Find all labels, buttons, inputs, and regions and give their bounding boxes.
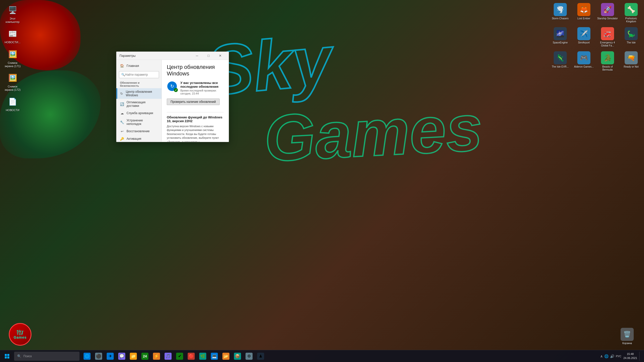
my-computer-label: Этот компьютер xyxy=(4,17,22,24)
starship-sim-label: Starship Simulator xyxy=(597,17,618,20)
home-icon: 🏠 xyxy=(120,64,124,68)
troubleshoot-label: Устранение неполадок xyxy=(127,119,158,126)
desktop-icon-ready-or-not[interactable]: 🔫 Ready or Not xyxy=(620,50,642,73)
taskbar-app-box[interactable]: 📦 xyxy=(232,351,243,362)
lost-ember-icon: 🦊 xyxy=(577,3,590,16)
sidebar-item-backup[interactable]: ☁ Служба архивации xyxy=(116,109,162,117)
desktop-icon-beasts-bermuda[interactable]: 🐊 Beasts of Bermuda xyxy=(596,50,619,73)
desktop-icon-the-isle-evr[interactable]: 🦎 The Isle EVR... xyxy=(549,50,572,73)
show-desktop-button[interactable] xyxy=(639,352,641,361)
desktop-icon-my-computer[interactable]: 🖥️ Этот компьютер xyxy=(3,3,23,25)
lost-ember-label: Lost Ember xyxy=(577,17,590,20)
games-text-decoration: Games xyxy=(262,90,484,176)
desktop-icon-screenshot2[interactable]: 🖼️ Снимок экрана (172) xyxy=(3,70,23,93)
desktop-icon-screenshot1[interactable]: 🖼️ Снимок экрана (171) xyxy=(3,47,23,69)
check-updates-button[interactable]: Проверить наличие обновлений xyxy=(167,99,220,105)
storm-chasers-label: Storm Chasers xyxy=(552,17,569,20)
desktop-icon-simairport[interactable]: ✈️ SimAirport xyxy=(573,26,595,49)
taskbar-app-files[interactable]: 📁 xyxy=(128,351,139,362)
desktop-icon-alderon[interactable]: 🎮 Alderon Games... xyxy=(573,50,595,73)
news1-icon: 📰 xyxy=(7,28,19,40)
counter-icon: 24 xyxy=(141,353,148,360)
desktop-icon-emergency4[interactable]: 🚒 Emergency 4 Global Fa... xyxy=(596,26,619,49)
recovery-label: Восстановление xyxy=(127,129,150,133)
music-icon: 🎵 xyxy=(165,353,172,360)
volume-icon[interactable]: 🔊 xyxy=(610,354,614,358)
settings-icon: ⚙ xyxy=(246,353,253,360)
activation-icon: 🔑 xyxy=(120,137,124,141)
minimize-button[interactable]: ─ xyxy=(191,52,203,59)
taskbar-app-filezilla[interactable]: 📂 xyxy=(220,351,231,362)
desktop-icon-prehistoric-kingdom[interactable]: 🦴 Prehistoric Kingdom xyxy=(620,2,642,25)
feature-update-title: Обновление функций до Windows 10, версия… xyxy=(167,115,224,123)
skytop-text3: Games xyxy=(14,336,27,339)
taskbar-app-steam[interactable]: ♟ xyxy=(255,351,266,362)
start-button[interactable] xyxy=(1,351,13,361)
windows-update-icon: ↻ xyxy=(120,92,123,96)
troubleshoot-icon: 🔧 xyxy=(120,120,124,124)
search-input[interactable] xyxy=(125,73,162,76)
prehistoric-kingdom-label: Prehistoric Kingdom xyxy=(621,17,641,23)
ready-or-not-icon: 🔫 xyxy=(625,51,638,64)
desktop-icon-lost-ember[interactable]: 🦊 Lost Ember xyxy=(573,2,595,25)
edge-icon: 🌐 xyxy=(84,353,91,360)
taskbar-app-telegram[interactable]: ✈ xyxy=(105,351,116,362)
news1-label: НОВОСТИ... xyxy=(5,41,20,44)
windows-icon xyxy=(5,354,9,358)
sidebar-home[interactable]: 🏠 Главная xyxy=(116,62,162,70)
taskbar-app-check[interactable]: ✔ xyxy=(174,351,185,362)
the-isle-evr-label: The Isle EVR... xyxy=(552,65,569,68)
sidebar-section-title: Обновление и безопасность xyxy=(116,80,162,88)
discord-icon: 💬 xyxy=(118,353,125,360)
taskbar-app-discord[interactable]: 💬 xyxy=(116,351,127,362)
taskbar-search[interactable]: 🔍 Поиск xyxy=(14,352,79,361)
taskbar-app-dx[interactable]: ⚡ xyxy=(151,351,162,362)
taskbar-app-counter[interactable]: 24 xyxy=(139,351,150,362)
close-button[interactable]: ✕ xyxy=(215,52,226,59)
update-status-text: У вас установлены все последние обновлен… xyxy=(180,81,224,95)
desktop-icon-news1[interactable]: 📰 НОВОСТИ... xyxy=(3,26,23,46)
taskbar-app-music[interactable]: 🎵 xyxy=(163,351,174,362)
laptop-icon: 💻 xyxy=(211,353,218,360)
sidebar-item-recovery[interactable]: ↩ Восстановление xyxy=(116,127,162,135)
desktop-icon-news2[interactable]: 📄 НОВОСТИ xyxy=(3,94,23,113)
recycle-bin[interactable]: 🗑️ Корзина xyxy=(615,326,639,347)
skytop-circle: Sky TOP Games xyxy=(9,323,31,346)
maximize-button[interactable]: □ xyxy=(203,52,214,59)
sidebar-item-delivery-opt[interactable]: 🔄 Оптимизация доставки xyxy=(116,99,162,109)
desktop-icon-storm-chasers[interactable]: 🌪️ Storm Chasers xyxy=(549,2,572,25)
taskbar-app-chrome[interactable]: ⚫ xyxy=(93,351,104,362)
window-body: 🏠 Главная 🔍 Обновление и безопасность ↻ … xyxy=(116,60,229,142)
activation-label: Активация xyxy=(127,137,141,141)
desktop-icon-the-isle[interactable]: 🦕 The Isle xyxy=(620,26,642,49)
news2-icon: 📄 xyxy=(7,96,19,108)
tray-arrow-icon[interactable]: ∧ xyxy=(600,354,603,358)
feature-update-box: Обновление функций до Windows 10, версия… xyxy=(167,115,224,142)
desktop-icon-spacengine[interactable]: 🌌 SpaceEngine xyxy=(549,26,572,49)
backup-label: Служба архивации xyxy=(127,111,153,115)
chrome-icon: ⚫ xyxy=(95,353,102,360)
taskbar-search-placeholder: Поиск xyxy=(23,354,32,358)
search-box[interactable]: 🔍 xyxy=(119,71,159,78)
sidebar-item-activation[interactable]: 🔑 Активация xyxy=(116,135,162,142)
sidebar-item-windows-update[interactable]: ↻ Центр обновления Windows xyxy=(116,88,162,99)
telegram-icon: ✈ xyxy=(107,353,114,360)
taskbar-app-green2[interactable]: 🌿 xyxy=(197,351,208,362)
network-icon[interactable]: 🌐 xyxy=(604,354,609,358)
taskbar-time[interactable]: 15:48 24.06.2021 xyxy=(623,352,637,360)
taskbar-app-laptop[interactable]: 💻 xyxy=(209,351,220,362)
taskbar-app-settings[interactable]: ⚙ xyxy=(244,351,255,362)
spacengine-label: SpaceEngine xyxy=(553,41,568,44)
time-display: 15:48 xyxy=(623,352,637,356)
the-isle-label: The Isle xyxy=(627,41,636,44)
desktop-icons-left: 🖥️ Этот компьютер 📰 НОВОСТИ... 🖼️ Снимок… xyxy=(0,0,25,117)
sidebar-item-troubleshoot[interactable]: 🔧 Устранение неполадок xyxy=(116,117,162,127)
spacengine-icon: 🌌 xyxy=(554,27,567,40)
arrows-icon: ↻ xyxy=(170,83,174,89)
taskbar-app-edge[interactable]: 🌐 xyxy=(82,351,93,362)
screenshot1-icon: 🖼️ xyxy=(7,48,19,60)
windows-update-label: Центр обновления Windows xyxy=(126,90,158,97)
taskbar-app-red[interactable]: 🔴 xyxy=(186,351,197,362)
box-icon: 📦 xyxy=(234,353,241,360)
desktop-icon-starship-sim[interactable]: 🚀 Starship Simulator xyxy=(596,2,619,25)
